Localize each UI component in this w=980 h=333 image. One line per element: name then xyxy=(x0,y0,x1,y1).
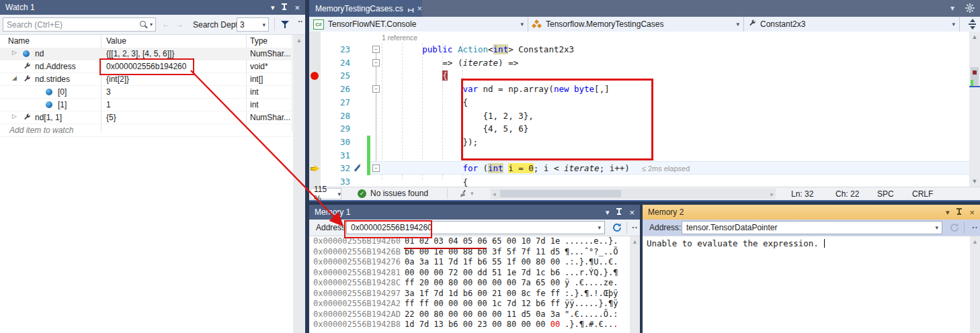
tab-list-chevron-icon[interactable]: ▾ xyxy=(950,3,954,13)
nav-combo-class[interactable]: Tensorflow.MemoryTestingCases▾ xyxy=(528,17,744,32)
chevron-down-icon: ▾ xyxy=(736,21,739,28)
watch-value: {5} xyxy=(106,113,116,122)
watch-row[interactable]: [0]3int xyxy=(0,86,293,99)
watch-name: nd xyxy=(35,49,44,58)
memory-hex: 3a 1f 7d 1d b6 00 21 00 8c fe ff xyxy=(405,289,560,299)
memory-ascii: ......e..}. xyxy=(565,236,618,247)
close-icon[interactable]: × xyxy=(629,209,635,216)
window-menu-icon[interactable]: ▾ xyxy=(271,4,275,11)
address-input[interactable]: 0x000002556B194260 ▾ xyxy=(346,221,605,234)
property-wrench-icon xyxy=(23,75,31,83)
close-icon[interactable]: × xyxy=(969,209,975,216)
toolbar-overflow-icon[interactable]: .. xyxy=(632,221,638,230)
gear-icon[interactable] xyxy=(965,3,975,13)
nav-combo-csharp-project[interactable]: C#TensorFlowNET.Console▾ xyxy=(309,17,528,32)
edit-pencil-icon xyxy=(354,165,360,172)
close-icon[interactable]: × xyxy=(294,4,300,11)
watch-scrollbar[interactable]: ▲ xyxy=(293,35,305,333)
fold-collapse-icon[interactable]: − xyxy=(372,46,380,53)
expander-expanded-icon[interactable]: ◢ xyxy=(12,75,17,81)
pin-icon[interactable] xyxy=(956,208,963,216)
fold-collapse-icon[interactable]: − xyxy=(372,85,380,93)
csharp-project-icon: C# xyxy=(313,19,324,30)
watch-row[interactable]: ◢nd.strides{int[2]}int[] xyxy=(0,73,293,86)
memory-address: 0x000002556B1942A2 xyxy=(313,299,401,310)
tab-memorytestingcases[interactable]: MemoryTestingCases.cs × xyxy=(309,0,422,17)
search-input[interactable]: Search (Ctrl+E) ▾ xyxy=(3,17,156,32)
scroll-up-icon[interactable]: ▲ xyxy=(969,34,980,40)
address-label: Address: xyxy=(316,223,348,232)
hscroll-right-icon[interactable]: ▸ xyxy=(770,191,774,197)
memory-row: 0x000002556B1942A2ff ff 00 00 00 00 1c 7… xyxy=(309,299,640,310)
expander-collapsed-icon[interactable]: ▷ xyxy=(12,49,17,56)
current-statement-arrow-icon xyxy=(311,165,319,173)
nav-combo-method[interactable]: Constant2x3▾ xyxy=(744,17,960,32)
search-options-chevron-icon[interactable]: ▾ xyxy=(150,21,153,28)
column-header-value[interactable]: Value xyxy=(106,36,126,46)
window-menu-icon[interactable]: ▾ xyxy=(946,209,950,216)
pin-icon[interactable] xyxy=(281,3,288,11)
format-document-icon[interactable] xyxy=(458,189,468,198)
code-lines[interactable]: public Action<int> Constant2x3 => (itera… xyxy=(382,43,690,187)
toolbar-overflow-icon[interactable]: .. xyxy=(298,15,302,24)
line-numbers: 2324252627282930313233 xyxy=(321,43,350,187)
column-header-name[interactable]: Name xyxy=(8,36,30,46)
address-input[interactable]: tensor.TensorDataPointer ▾ xyxy=(682,221,942,234)
horizontal-scrollbar[interactable]: ◂ ▸ xyxy=(491,189,776,199)
address-chevron-icon[interactable]: ▾ xyxy=(935,224,942,231)
scroll-up-icon[interactable]: ▲ xyxy=(972,238,978,245)
zoom-select[interactable]: 115 % ▾ xyxy=(311,188,341,199)
watch-row[interactable]: nd.Address0x000002556b194260void* xyxy=(0,60,293,73)
memory-row: 0x000002556B1942973a 1f 7d 1d b6 00 21 0… xyxy=(309,289,640,299)
fold-collapse-icon[interactable]: − xyxy=(372,59,380,66)
watch-type: int[] xyxy=(250,75,263,84)
codelens-references[interactable]: 1 reference xyxy=(382,34,417,42)
memory1-dump[interactable]: 0x000002556B19426001 02 03 04 05 06 65 0… xyxy=(309,236,640,333)
tab-pin-icon[interactable] xyxy=(407,7,413,10)
editor-vertical-scrollbar[interactable]: ▲ ▼ xyxy=(969,32,980,187)
column-header-type[interactable]: Type xyxy=(250,36,268,46)
address-label: Address: xyxy=(649,223,681,232)
split-editor-icon[interactable] xyxy=(967,18,978,30)
window-menu-icon[interactable]: ▾ xyxy=(606,209,610,216)
refresh-icon[interactable] xyxy=(612,222,622,233)
watch-row[interactable]: ▷nd[1, 1]{5}NumShar... xyxy=(0,111,293,124)
scroll-down-icon[interactable]: ▼ xyxy=(969,178,980,185)
format-chevron-icon[interactable]: ▾ xyxy=(471,190,474,197)
memory-row: 0x000002556B19426Bb6 00 1e 00 88 b0 3f 5… xyxy=(309,247,640,258)
eol-indicator: CRLF xyxy=(912,189,933,199)
scroll-up-icon[interactable]: ▲ xyxy=(632,238,638,245)
tab-close-icon[interactable]: × xyxy=(417,3,422,13)
memory-hex: ff 20 00 80 00 00 00 00 7a 65 00 xyxy=(405,278,560,289)
memory2-scrollbar[interactable]: ▲ xyxy=(970,236,980,333)
column-indicator: Ch: 22 xyxy=(835,189,859,199)
nav-combo-label: TensorFlowNET.Console xyxy=(328,19,416,29)
back-arrow-icon[interactable]: ← xyxy=(162,19,170,29)
pin-icon[interactable] xyxy=(616,208,622,216)
memory-address: 0x000002556B194281 xyxy=(313,268,401,279)
watch-value: 1 xyxy=(106,100,111,109)
code-editor[interactable]: 1 reference −−−− 2324252627282930313233 … xyxy=(309,32,980,187)
toolbar-overflow-icon[interactable]: .. xyxy=(972,221,978,230)
watch-value: 3 xyxy=(106,87,111,97)
filter-icon[interactable] xyxy=(281,20,290,29)
search-depth-select[interactable]: 3 ▾ xyxy=(237,17,269,32)
memory1-scrollbar[interactable]: ▲ xyxy=(630,236,640,333)
expander-collapsed-icon[interactable]: ▷ xyxy=(12,113,17,120)
address-chevron-icon[interactable]: ▾ xyxy=(598,224,604,231)
hscrollbar-thumb[interactable] xyxy=(500,190,621,197)
scroll-up-icon[interactable]: ▲ xyxy=(293,35,305,44)
search-icon[interactable] xyxy=(139,20,148,29)
watch-type: NumShar... xyxy=(250,113,290,122)
forward-arrow-icon[interactable]: → xyxy=(175,19,183,29)
memory2-content[interactable]: Unable to evaluate the expression. xyxy=(643,236,980,333)
watch-add-row[interactable]: Add item to watch xyxy=(0,124,293,137)
document-health[interactable]: ✓ No issues found xyxy=(358,189,428,198)
code-line-30: }); xyxy=(382,136,690,149)
hscroll-left-icon[interactable]: ◂ xyxy=(493,191,496,197)
change-tracking-bar xyxy=(367,136,370,149)
fold-collapse-icon[interactable]: − xyxy=(372,164,380,172)
watch-row[interactable]: ▷nd{[[1, 2, 3], [4, 5, 6]]}NumShar... xyxy=(0,48,293,60)
watch-row[interactable]: [1]1int xyxy=(0,99,293,111)
breakpoint-margin[interactable] xyxy=(309,32,321,187)
